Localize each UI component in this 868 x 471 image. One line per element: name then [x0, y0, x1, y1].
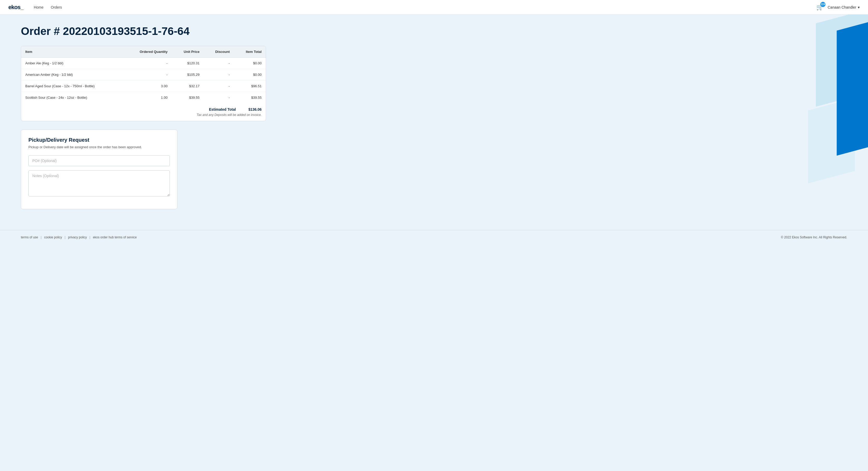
logo: ekos_ — [8, 4, 23, 11]
cell-quantity: - — [124, 58, 172, 69]
cell-item-total: $39.55 — [234, 92, 266, 103]
po-number-input[interactable] — [28, 155, 170, 166]
col-discount: Discount — [204, 46, 234, 58]
cell-unit-price: $32.17 — [172, 80, 204, 92]
cell-item-total: $96.51 — [234, 80, 266, 92]
cell-item: Amber Ale (Keg - 1/2 bbl) — [21, 58, 124, 69]
notes-input[interactable] — [28, 170, 170, 196]
navbar: ekos_ Home Orders 🛒 224 Canaan Chandler … — [0, 0, 868, 14]
cell-quantity: 3.00 — [124, 80, 172, 92]
nav-links: Home Orders — [34, 5, 62, 9]
page-title: Order # 20220103193515-1-76-64 — [21, 25, 266, 37]
estimated-total-label: Estimated Total — [209, 107, 236, 111]
footer-sep-3: | — [89, 236, 90, 239]
cell-discount: - — [204, 58, 234, 69]
cell-item-total: $0.00 — [234, 69, 266, 80]
footer-copyright: © 2022 Ekos Software Inc. All Rights Res… — [781, 236, 847, 239]
user-menu[interactable]: Canaan Chandler ▾ — [828, 5, 860, 9]
col-ordered-quantity: Ordered Quantity — [124, 46, 172, 58]
pickup-delivery-section: Pickup/Delivery Request Pickup or Delive… — [21, 130, 177, 209]
footer-link-cookie[interactable]: cookie policy — [44, 236, 62, 239]
footer-link-hub-terms[interactable]: ekos order hub terms of service — [93, 236, 137, 239]
footer-sep-1: | — [41, 236, 41, 239]
pickup-title: Pickup/Delivery Request — [28, 137, 170, 143]
main-content: Order # 20220103193515-1-76-64 Item Orde… — [0, 14, 287, 230]
cell-unit-price: $105.29 — [172, 69, 204, 80]
estimated-total-value: $136.06 — [248, 107, 261, 111]
pickup-subtitle: Pickup or Delivery date will be assigned… — [28, 145, 170, 149]
cell-discount: - — [204, 92, 234, 103]
table-row: American Amber (Keg - 1/2 bbl) - $105.29… — [21, 69, 266, 80]
cell-item: American Amber (Keg - 1/2 bbl) — [21, 69, 124, 80]
footer-link-terms[interactable]: terms of use — [21, 236, 38, 239]
estimated-total-row: Estimated Total $136.06 — [209, 107, 261, 111]
cell-item: Scottish Sour (Case - 24x - 12oz - Bottl… — [21, 92, 124, 103]
table-header: Item Ordered Quantity Unit Price Discoun… — [21, 46, 266, 58]
footer-link-privacy[interactable]: privacy policy — [68, 236, 87, 239]
cart-button[interactable]: 🛒 224 — [816, 4, 824, 11]
footer-sep-2: | — [65, 236, 65, 239]
col-item-total: Item Total — [234, 46, 266, 58]
nav-link-orders[interactable]: Orders — [51, 5, 62, 9]
col-unit-price: Unit Price — [172, 46, 204, 58]
order-table: Item Ordered Quantity Unit Price Discoun… — [21, 46, 266, 103]
cell-quantity: - — [124, 69, 172, 80]
user-name: Canaan Chandler — [828, 5, 856, 9]
nav-right: 🛒 224 Canaan Chandler ▾ — [816, 4, 860, 11]
cell-unit-price: $120.31 — [172, 58, 204, 69]
totals-section: Estimated Total $136.06 Tax and any Depo… — [21, 103, 266, 121]
cell-unit-price: $39.55 — [172, 92, 204, 103]
cell-quantity: 1.00 — [124, 92, 172, 103]
table-row: Amber Ale (Keg - 1/2 bbl) - $120.31 - $0… — [21, 58, 266, 69]
table-body: Amber Ale (Keg - 1/2 bbl) - $120.31 - $0… — [21, 58, 266, 103]
nav-link-home[interactable]: Home — [34, 5, 43, 9]
chevron-down-icon: ▾ — [858, 5, 860, 9]
cell-item-total: $0.00 — [234, 58, 266, 69]
cell-item: Barrel Aged Sour (Case - 12x - 750ml - B… — [21, 80, 124, 92]
footer: terms of use | cookie policy | privacy p… — [0, 230, 868, 244]
tax-note: Tax and any Deposits will be added on in… — [197, 113, 261, 117]
col-item: Item — [21, 46, 124, 58]
footer-links: terms of use | cookie policy | privacy p… — [21, 236, 137, 239]
table-row: Barrel Aged Sour (Case - 12x - 750ml - B… — [21, 80, 266, 92]
cell-discount: - — [204, 69, 234, 80]
order-table-container: Item Ordered Quantity Unit Price Discoun… — [21, 46, 266, 121]
cell-discount: - — [204, 80, 234, 92]
cart-badge: 224 — [820, 2, 826, 7]
table-row: Scottish Sour (Case - 24x - 12oz - Bottl… — [21, 92, 266, 103]
